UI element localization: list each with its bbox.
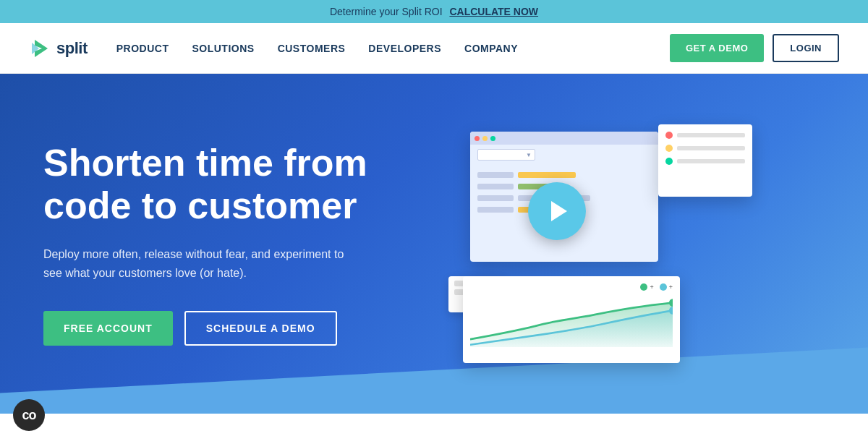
titlebar-green-dot [490,136,495,141]
get-demo-button[interactable]: GET A DEMO [670,34,764,62]
chart-dot-green [640,283,647,291]
hero-content: Shorten time from code to customer Deplo… [43,142,448,346]
nav-product[interactable]: PRODUCT [116,43,169,54]
login-button[interactable]: LOGIN [773,34,839,62]
schedule-demo-button[interactable]: SCHEDULE A DEMO [184,311,337,346]
flag-line [677,133,745,137]
navbar: split PRODUCT SOLUTIONS CUSTOMERS DEVELO… [0,23,868,74]
chart-legend-1: + [640,283,653,291]
row-label [477,207,514,213]
nav-links: PRODUCT SOLUTIONS CUSTOMERS DEVELOPERS C… [116,43,670,54]
cookie-consent-badge[interactable]: co [13,399,45,431]
row-label [477,195,514,201]
row-label [477,184,514,189]
play-button[interactable] [528,182,586,240]
nav-company[interactable]: COMPANY [464,43,518,54]
nav-developers[interactable]: DEVELOPERS [368,43,441,54]
mockup-flags-window [658,124,752,197]
flag-row-2 [665,145,745,152]
nav-actions: GET A DEMO LOGIN [670,34,839,62]
mockup-chart-window: + + [463,276,680,363]
row-bar-yellow [518,172,576,178]
banner-cta[interactable]: CALCULATE NOW [449,6,538,17]
nav-customers[interactable]: CUSTOMERS [278,43,346,54]
logo[interactable]: split [29,37,88,60]
row-label [477,172,514,178]
mockup-container: ▼ [448,117,752,370]
chart-area [470,296,673,347]
flag-line [677,146,745,150]
cookie-icon: co [22,408,35,423]
titlebar-red-dot [475,136,480,141]
nav-solutions[interactable]: SOLUTIONS [192,43,254,54]
split-logo-icon [29,37,52,60]
titlebar-yellow-dot [482,136,488,141]
flag-dot-red [665,132,673,139]
flag-dot-yellow [665,145,673,152]
mockup-titlebar [470,132,658,145]
hero-buttons: FREE ACCOUNT SCHEDULE A DEMO [43,311,448,346]
hero-section: Shorten time from code to customer Deplo… [0,74,868,414]
chart-legend-label-1: + [650,283,653,291]
chart-legend-label-2: + [669,283,673,291]
hero-title: Shorten time from code to customer [43,142,448,229]
flag-row-3 [665,158,745,165]
mockup-dropdown[interactable]: ▼ [477,149,535,161]
chevron-down-icon: ▼ [526,152,532,158]
flag-line [677,159,745,163]
chart-legend-2: + [660,283,673,291]
free-account-button[interactable]: FREE ACCOUNT [43,311,173,346]
play-icon [551,201,567,221]
banner-text: Determine your Split ROI [330,6,443,17]
chart-svg [470,296,673,347]
logo-text: split [56,39,88,58]
hero-subtitle: Deploy more often, release without fear,… [43,245,362,282]
hero-illustration: ▼ [448,117,752,370]
flag-dot-green [665,158,673,165]
flag-row-1 [665,132,745,139]
chart-dot-blue [660,283,667,291]
chart-header: + + [470,283,673,291]
top-banner: Determine your Split ROI CALCULATE NOW [0,0,868,23]
mockup-row-1 [477,172,651,178]
